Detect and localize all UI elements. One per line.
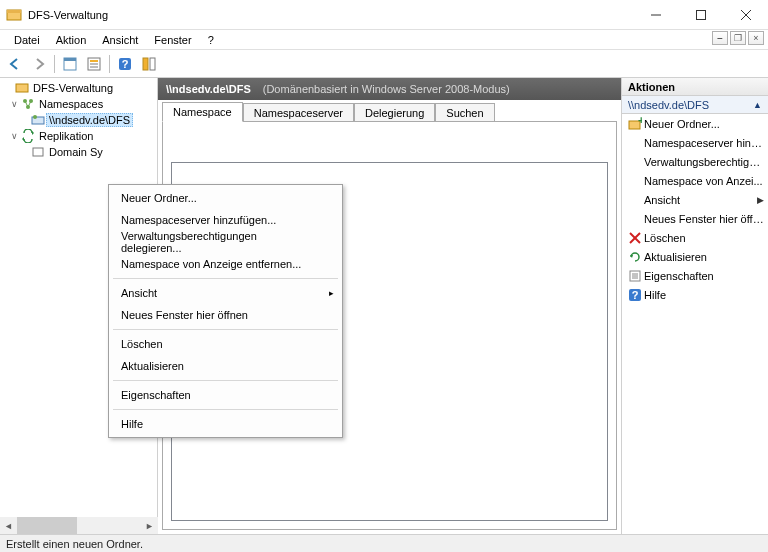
namespace-group-icon — [20, 96, 36, 112]
toolbar: ? — [0, 50, 768, 78]
tab-delegierung[interactable]: Delegierung — [354, 103, 435, 122]
properties-icon — [626, 270, 644, 282]
toolbar-show-hide-button[interactable] — [138, 53, 160, 75]
actions-header: Aktionen — [622, 78, 768, 96]
nav-forward-button[interactable] — [28, 53, 50, 75]
svg-rect-26 — [33, 148, 43, 156]
statusbar: Erstellt einen neuen Ordner. — [0, 534, 768, 552]
action-neues-fenster[interactable]: Neues Fenster hier öffn... — [622, 209, 768, 228]
mdi-controls: ‒ ❐ × — [710, 31, 764, 45]
cm-hilfe[interactable]: Hilfe — [111, 413, 340, 435]
toolbar-help-button[interactable]: ? — [114, 53, 136, 75]
menu-help[interactable]: ? — [200, 32, 222, 48]
window-title: DFS-Verwaltung — [28, 9, 633, 21]
svg-rect-7 — [64, 58, 76, 61]
svg-rect-3 — [696, 10, 705, 19]
action-loeschen[interactable]: Löschen — [622, 228, 768, 247]
menu-fenster[interactable]: Fenster — [146, 32, 199, 48]
tab-namespaceserver[interactable]: Namespaceserver — [243, 103, 354, 122]
app-icon — [6, 7, 22, 23]
toolbar-new-window-button[interactable] — [59, 53, 81, 75]
svg-text:?: ? — [632, 289, 639, 301]
collapse-icon[interactable]: ∨ — [8, 131, 20, 141]
action-verwaltungsberechtigungen[interactable]: Verwaltungsberechtigu... — [622, 152, 768, 171]
action-aktualisieren[interactable]: Aktualisieren — [622, 247, 768, 266]
center-header: \\ndsedv.de\DFS (Domänenbasiert in Windo… — [158, 78, 621, 100]
status-text: Erstellt einen neuen Ordner. — [6, 538, 143, 550]
help-icon: ? — [626, 289, 644, 301]
mdi-close[interactable]: × — [748, 31, 764, 45]
svg-text:?: ? — [122, 58, 129, 70]
collapse-icon[interactable]: ∨ — [8, 99, 20, 109]
tabs: Namespace Namespaceserver Delegierung Su… — [158, 100, 621, 122]
refresh-icon — [626, 251, 644, 263]
menu-datei[interactable]: Datei — [6, 32, 48, 48]
chevron-right-icon: ▶ — [757, 195, 764, 205]
tree-replication-item[interactable]: Domain Sy — [0, 144, 157, 160]
tree-namespaces[interactable]: ∨ Namespaces — [0, 96, 157, 112]
cm-neuer-ordner[interactable]: Neuer Ordner... — [111, 187, 340, 209]
scroll-right-button[interactable]: ► — [141, 517, 158, 534]
namespace-icon — [30, 112, 46, 128]
center-path: \\ndsedv.de\DFS — [166, 83, 251, 95]
tree-scrollbar-h[interactable]: ◄ ► — [0, 517, 158, 534]
mdi-minimize[interactable]: ‒ — [712, 31, 728, 45]
svg-point-23 — [33, 115, 37, 119]
svg-rect-14 — [143, 58, 148, 70]
action-neuer-ordner[interactable]: + Neuer Ordner... — [622, 114, 768, 133]
scroll-left-button[interactable]: ◄ — [0, 517, 17, 534]
menu-aktion[interactable]: Aktion — [48, 32, 95, 48]
svg-marker-24 — [32, 131, 34, 135]
cm-ns-entfernen[interactable]: Namespace von Anzeige entfernen... — [111, 253, 340, 275]
svg-text:+: + — [638, 117, 642, 126]
folder-plus-icon: + — [626, 117, 644, 131]
tab-namespace[interactable]: Namespace — [162, 102, 243, 122]
chevron-right-icon: ▸ — [329, 288, 334, 298]
context-menu: Neuer Ordner... Namespaceserver hinzufüg… — [108, 184, 343, 438]
cm-ansicht[interactable]: Ansicht▸ — [111, 282, 340, 304]
actions-subheader[interactable]: \\ndsedv.de\DFS ▲ — [622, 96, 768, 114]
center-subtitle: (Domänenbasiert in Windows Server 2008-M… — [263, 83, 510, 95]
action-eigenschaften[interactable]: Eigenschaften — [622, 266, 768, 285]
svg-marker-25 — [22, 137, 24, 141]
titlebar: DFS-Verwaltung — [0, 0, 768, 30]
action-ansicht[interactable]: Ansicht▶ — [622, 190, 768, 209]
action-ns-entfernen[interactable]: Namespace von Anzei... — [622, 171, 768, 190]
tree-root[interactable]: DFS-Verwaltung — [0, 80, 157, 96]
folder-icon — [14, 80, 30, 96]
tab-suchen[interactable]: Suchen — [435, 103, 494, 122]
svg-rect-1 — [7, 10, 21, 13]
cm-verwaltungsberechtigungen[interactable]: Verwaltungsberechtigungen delegieren... — [111, 231, 340, 253]
mdi-restore[interactable]: ❐ — [730, 31, 746, 45]
close-button[interactable] — [723, 0, 768, 29]
replication-item-icon — [30, 144, 46, 160]
cm-neues-fenster[interactable]: Neues Fenster hier öffnen — [111, 304, 340, 326]
svg-rect-16 — [16, 84, 28, 92]
menubar: Datei Aktion Ansicht Fenster ? ‒ ❐ × — [0, 30, 768, 50]
svg-rect-15 — [150, 58, 155, 70]
tree-namespace-item[interactable]: \\ndsedv.de\DFS — [0, 112, 157, 128]
actions-pane: Aktionen \\ndsedv.de\DFS ▲ + Neuer Ordne… — [622, 78, 768, 534]
minimize-button[interactable] — [633, 0, 678, 29]
cm-loeschen[interactable]: Löschen — [111, 333, 340, 355]
cm-aktualisieren[interactable]: Aktualisieren — [111, 355, 340, 377]
tree-replikation[interactable]: ∨ Replikation — [0, 128, 157, 144]
chevron-up-icon: ▲ — [753, 100, 762, 110]
action-hilfe[interactable]: ? Hilfe — [622, 285, 768, 304]
main-area: DFS-Verwaltung ∨ Namespaces \\ndsedv.de\… — [0, 78, 768, 534]
action-nsserver-hinzufuegen[interactable]: Namespaceserver hinz... — [622, 133, 768, 152]
cm-eigenschaften[interactable]: Eigenschaften — [111, 384, 340, 406]
replication-icon — [20, 128, 36, 144]
maximize-button[interactable] — [678, 0, 723, 29]
nav-back-button[interactable] — [4, 53, 26, 75]
scroll-thumb[interactable] — [17, 517, 77, 534]
cm-nsserver-hinzufuegen[interactable]: Namespaceserver hinzufügen... — [111, 209, 340, 231]
toolbar-properties-button[interactable] — [83, 53, 105, 75]
delete-icon — [626, 232, 644, 244]
menu-ansicht[interactable]: Ansicht — [94, 32, 146, 48]
